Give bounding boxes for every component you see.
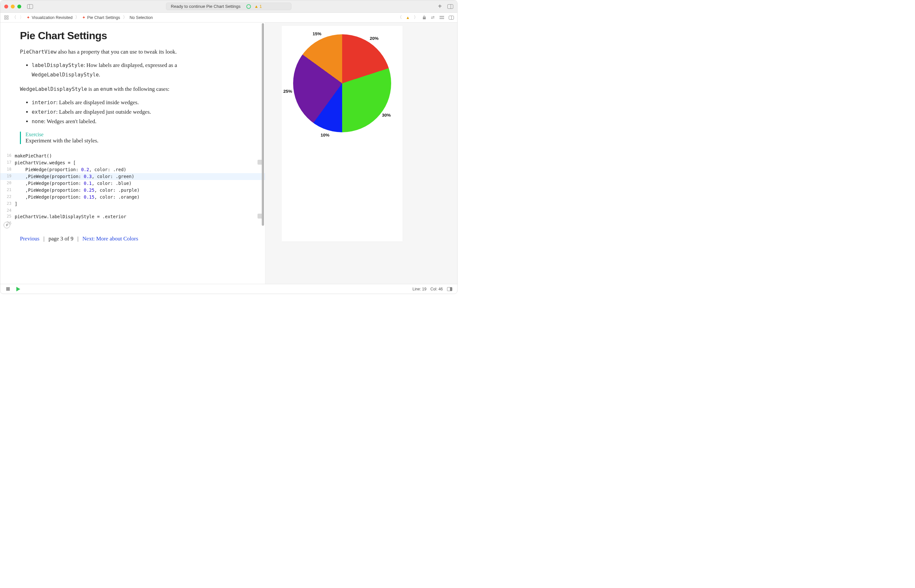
code-text: makePieChart(): [15, 153, 265, 160]
scrollbar-thumb[interactable]: [262, 23, 264, 226]
refresh-button[interactable]: ⇄: [430, 15, 436, 21]
panel-icon: [447, 287, 452, 291]
code-inline: none: [32, 119, 44, 124]
line-number: 21: [0, 187, 15, 194]
swift-icon: ✦: [82, 15, 86, 20]
previous-link[interactable]: Previous: [20, 236, 40, 242]
code-editor[interactable]: 16makePieChart()17pieChartView.wedges = …: [0, 150, 265, 229]
code-line[interactable]: 21 ,PieWedge(proportion: 0.25, color: .p…: [0, 187, 265, 194]
pie-slice-label: 20%: [370, 36, 379, 41]
toggle-debug-area-button[interactable]: [447, 286, 453, 292]
add-button[interactable]: +: [437, 3, 443, 10]
code-text: PieWedge(proportion: 0.2, color: .red): [15, 166, 265, 173]
code-line[interactable]: 19 ,PieWedge(proportion: 0.3, color: .gr…: [0, 173, 265, 180]
grid-icon: [4, 15, 9, 20]
next-link[interactable]: Next: More about Colors: [82, 236, 138, 242]
sidebar-right-icon: [447, 4, 453, 9]
code-line[interactable]: 23]: [0, 200, 265, 207]
sidebar-left-icon: [27, 4, 33, 9]
warning-indicator[interactable]: ▲ 1: [254, 4, 262, 9]
code-line[interactable]: 25pieChartView.labelDisplayStyle = .exte…: [0, 213, 265, 220]
status-text: Ready to continue Pie Chart Settings: [171, 4, 241, 9]
exercise-callout: Exercise Experiment with the label style…: [20, 132, 246, 144]
code-inline: WedgeLabelDisplayStyle: [20, 86, 87, 92]
toggle-right-sidebar-button[interactable]: [447, 3, 453, 10]
line-number: 19: [0, 173, 15, 180]
code-text: [15, 207, 265, 214]
svg-rect-1: [7, 15, 8, 17]
code-inline: exterior: [32, 109, 56, 115]
toggle-left-sidebar-button[interactable]: [27, 3, 33, 10]
activity-status-bar[interactable]: Ready to continue Pie Chart Settings ▲ 1: [166, 3, 291, 10]
xcode-playground-window: Ready to continue Pie Chart Settings ▲ 1…: [0, 0, 457, 294]
warning-triangle-icon[interactable]: ▲: [406, 15, 410, 20]
exercise-label: Exercise: [26, 132, 246, 137]
play-button[interactable]: [15, 286, 21, 292]
editor-pane[interactable]: Pie Chart Settings PieChartView also has…: [0, 23, 265, 284]
code-inline: interior: [32, 100, 56, 105]
svg-rect-2: [5, 18, 6, 19]
breadcrumb-selection[interactable]: No Selection: [130, 15, 153, 20]
main-split: Pie Chart Settings PieChartView also has…: [0, 23, 457, 284]
pie-slice-label: 15%: [313, 31, 322, 36]
breadcrumb-file[interactable]: ✦ Pie Chart Settings: [82, 15, 120, 20]
code-line[interactable]: 16makePieChart(): [0, 153, 265, 160]
pie-slice-label: 10%: [320, 132, 330, 137]
code-line[interactable]: 20 ,PieWedge(proportion: 0.1, color: .bl…: [0, 180, 265, 187]
line-number: 17: [0, 160, 15, 166]
issue-nav-back[interactable]: 〈: [397, 15, 403, 20]
jump-bar: 〈 〉 ✦ Visualization Revisited 〉 ✦ Pie Ch…: [0, 13, 457, 23]
play-circle-icon: [3, 222, 10, 228]
line-number: 25: [0, 213, 15, 220]
playground-prose: Pie Chart Settings PieChartView also has…: [0, 23, 265, 150]
list-item: none: Wedges aren't labeled.: [32, 117, 246, 126]
toggle-inspector-button[interactable]: [448, 15, 454, 21]
pie-chart: 20%30%10%25%15%: [293, 34, 391, 132]
nav-forward-button[interactable]: 〉: [19, 15, 24, 20]
code-inline: PieChartView: [20, 49, 57, 55]
code-text: pieChartView.labelDisplayStyle = .exteri…: [15, 213, 265, 220]
swift-icon: ✦: [26, 15, 30, 20]
pie-chart-graphic: [293, 34, 391, 132]
nav-back-button[interactable]: 〈: [11, 15, 17, 20]
close-window-button[interactable]: [4, 5, 8, 8]
minimize-window-button[interactable]: [11, 5, 15, 8]
success-ring-icon: [246, 4, 251, 9]
cursor-col: Col: 46: [430, 287, 443, 291]
line-number: 24: [0, 207, 15, 214]
page-indicator: page 3 of 9: [48, 236, 73, 242]
line-number: 16: [0, 153, 15, 160]
line-number: 23: [0, 200, 15, 207]
breadcrumb-selection-label: No Selection: [130, 15, 153, 20]
list-item: labelDisplayStyle: How labels are displa…: [32, 61, 246, 80]
code-text: pieChartView.wedges = [: [15, 160, 265, 166]
stop-icon: [6, 287, 10, 291]
debug-bar: Line: 19 Col: 46: [0, 284, 457, 294]
adjust-editor-options-button[interactable]: [439, 15, 445, 21]
list-item: exterior: Labels are displayed just outs…: [32, 107, 246, 117]
lock-icon[interactable]: 🔒︎: [422, 15, 427, 20]
line-number: 20: [0, 180, 15, 187]
breadcrumb-project[interactable]: ✦ Visualization Revisited: [26, 15, 73, 20]
zoom-window-button[interactable]: [17, 5, 21, 8]
play-icon: [16, 287, 20, 291]
code-line[interactable]: 24: [0, 207, 265, 214]
live-view-pane: 20%30%10%25%15%: [265, 23, 457, 284]
stop-button[interactable]: [5, 286, 11, 292]
code-line[interactable]: 22 ,PieWedge(proportion: 0.15, color: .o…: [0, 194, 265, 200]
sidebar-right-icon: [449, 16, 454, 19]
editor-scrollbar[interactable]: [260, 23, 265, 284]
code-text: ]: [15, 200, 265, 207]
code-line[interactable]: 26: [0, 220, 265, 226]
live-view-canvas: 20%30%10%25%15%: [282, 26, 403, 241]
run-playground-button[interactable]: [3, 222, 11, 228]
issue-nav-forward[interactable]: 〉: [413, 15, 419, 20]
code-line[interactable]: 17pieChartView.wedges = [: [0, 160, 265, 166]
code-text: ,PieWedge(proportion: 0.25, color: .purp…: [15, 187, 265, 194]
related-items-button[interactable]: [3, 15, 10, 21]
window-traffic-lights: [4, 5, 21, 8]
chevron-right-icon: 〉: [122, 15, 128, 20]
code-text: [15, 220, 265, 226]
code-line[interactable]: 18 PieWedge(proportion: 0.2, color: .red…: [0, 166, 265, 173]
paragraph: PieChartView also has a property that yo…: [20, 48, 246, 56]
